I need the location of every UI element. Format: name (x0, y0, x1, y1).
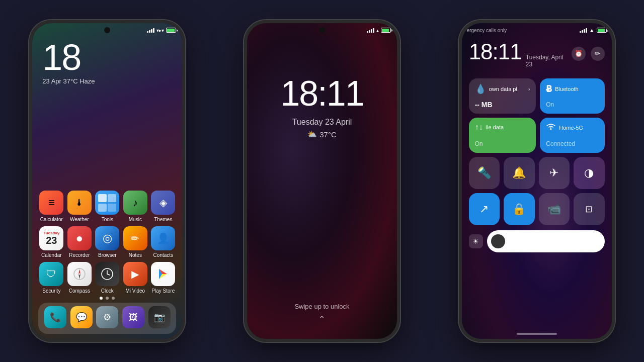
phone-control: ergency calls only ▲ 18:11 Tuesday, Apri… (459, 20, 615, 342)
cc-time-header: 18:11 Tuesday, April 23 ⏰ ✏ (469, 39, 605, 68)
swipe-up-area[interactable]: Swipe up to unlock ⌃ (247, 303, 397, 324)
cc-sound-tile[interactable]: 🔔 (504, 157, 535, 189)
app-mivideo[interactable]: ▶ Mi Video (122, 262, 148, 294)
app-row-2: Tuesday 23 Calendar ● Recorder ◎ Browser… (38, 226, 176, 258)
cc-date: Tuesday, April 23 (526, 54, 572, 68)
app-label: Calendar (41, 252, 62, 258)
svg-line-5 (107, 274, 110, 275)
cc-status-left-text: ergency calls only (467, 28, 507, 33)
tools-icon (95, 191, 119, 215)
app-browser[interactable]: ◎ Browser (94, 226, 120, 258)
cc-wifi-name: Home-5G (559, 125, 583, 131)
app-label: Mi Video (125, 288, 145, 294)
punch-hole-lock (319, 27, 325, 33)
cc-mobile-status: On (475, 140, 483, 147)
home-time: 18 (42, 39, 95, 75)
app-contacts[interactable]: 👤 Contacts (150, 226, 176, 258)
music-icon: ♪ (123, 191, 147, 215)
cc-status-bar: ergency calls only ▲ (462, 23, 612, 37)
brightness-icon: ☀ (469, 234, 483, 248)
brightness-knob[interactable] (491, 234, 505, 248)
cc-mobile-tile[interactable]: ↑↓ ile data On (469, 118, 536, 153)
cc-row-4: ↗ 🔒 📹 ⊡ (469, 193, 605, 225)
phone-lock: ▴ 18:11 Tuesday 23 April ⛅ 37°C Swipe up… (244, 20, 400, 342)
app-label: Contacts (153, 252, 173, 258)
cc-signal-icon (580, 28, 587, 33)
recorder-icon: ● (67, 226, 92, 250)
brightness-slider[interactable] (487, 230, 605, 252)
cc-bluetooth-tile[interactable]: Ƀ Bluetooth On (540, 78, 604, 114)
dock-camera[interactable]: 📷 (146, 306, 173, 330)
cc-mobile-label: ile data (486, 124, 504, 130)
cc-location-tile[interactable]: ↗ (469, 193, 500, 225)
home-date-weather: 23 Apr 37°C Haze (42, 77, 95, 85)
battery-icon-lock (381, 28, 391, 33)
page-dots (32, 297, 182, 300)
wifi-icon: ▾▸▾ (156, 28, 164, 33)
dock-gallery[interactable]: 🖼 (120, 306, 146, 330)
location-icon: ↗ (479, 203, 489, 216)
app-calculator[interactable]: ≡ Calculator (38, 191, 64, 222)
app-music[interactable]: ♪ Music (122, 191, 148, 222)
app-compass[interactable]: Compass (66, 262, 93, 294)
app-grid: ≡ Calculator 🌡 Weather Tools (32, 191, 182, 294)
contacts-icon: 👤 (151, 226, 175, 250)
cc-alarm-icon[interactable]: ⏰ (572, 47, 586, 61)
app-tools[interactable]: Tools (94, 191, 120, 222)
cc-bluetooth-status: On (546, 101, 554, 108)
app-label: Clock (101, 288, 114, 294)
signal-icon (147, 28, 154, 33)
swipe-arrow-icon: ⌃ (318, 314, 325, 324)
lock-icon: 🔒 (512, 203, 526, 216)
app-label: Security (42, 288, 60, 294)
app-label: Weather (70, 217, 89, 222)
app-label: Browser (98, 252, 117, 258)
gallery-icon: 🖼 (122, 306, 144, 328)
cc-brightness-row: ☀ (469, 230, 605, 252)
clock-icon (95, 262, 119, 286)
video-icon: 📹 (547, 203, 561, 216)
app-security[interactable]: 🛡 Security (38, 262, 64, 294)
app-notes[interactable]: ✏ Notes (122, 226, 148, 258)
app-playstore[interactable]: Play Store (150, 262, 176, 294)
dock: 📞 💬 ⚙ 🖼 📷 (38, 303, 176, 334)
cc-data-value: -- MB (475, 101, 493, 109)
cc-video-tile[interactable]: 📹 (539, 193, 570, 225)
cc-airplane-tile[interactable]: ✈ (539, 157, 570, 189)
cc-wifi-tile[interactable]: Home-5G Connected (540, 118, 604, 153)
dock-settings[interactable]: ⚙ (95, 306, 121, 330)
cc-wifi-icon: ▲ (589, 27, 595, 33)
dock-messages[interactable]: 💬 (68, 306, 95, 330)
messages-icon: 💬 (70, 306, 93, 328)
app-row-1: ≡ Calculator 🌡 Weather Tools (38, 191, 176, 222)
cc-row-3: 🔦 🔔 ✈ ◑ (469, 157, 605, 189)
swipe-text: Swipe up to unlock (294, 303, 349, 310)
dock-phone[interactable]: 📞 (42, 306, 68, 330)
app-label: Recorder (69, 252, 90, 258)
home-top-info: 18 23 Apr 37°C Haze (42, 39, 95, 85)
app-themes[interactable]: ◈ Themes (150, 191, 176, 222)
cc-data-tile[interactable]: 💧 own data pl. › -- MB (469, 78, 536, 114)
cc-dark-mode-tile[interactable]: ◑ (574, 157, 605, 189)
app-label: Tools (102, 217, 113, 222)
app-label: Notes (129, 252, 142, 258)
cc-row-2: ↑↓ ile data On Home-5G Conn (469, 118, 605, 153)
cc-data-arrow: › (528, 86, 530, 92)
lock-weather: ⛅ 37°C (247, 130, 397, 139)
cc-scan-tile[interactable]: ⊡ (574, 193, 605, 225)
app-clock[interactable]: Clock (94, 262, 120, 294)
cc-flashlight-tile[interactable]: 🔦 (469, 157, 500, 189)
svg-marker-2 (78, 274, 80, 279)
app-recorder[interactable]: ● Recorder (66, 226, 93, 258)
phone-icon: 📞 (44, 306, 66, 328)
camera-icon: 📷 (148, 306, 171, 328)
cc-time: 18:11 (469, 39, 522, 64)
playstore-icon (151, 262, 175, 286)
calculator-icon: ≡ (39, 191, 63, 215)
app-weather[interactable]: 🌡 Weather (66, 191, 93, 222)
bluetooth-icon: Ƀ (546, 83, 552, 95)
dot-3 (112, 297, 115, 300)
cc-lock-tile[interactable]: 🔒 (504, 193, 535, 225)
app-calendar[interactable]: Tuesday 23 Calendar (38, 226, 64, 258)
cc-edit-icon[interactable]: ✏ (591, 47, 605, 61)
